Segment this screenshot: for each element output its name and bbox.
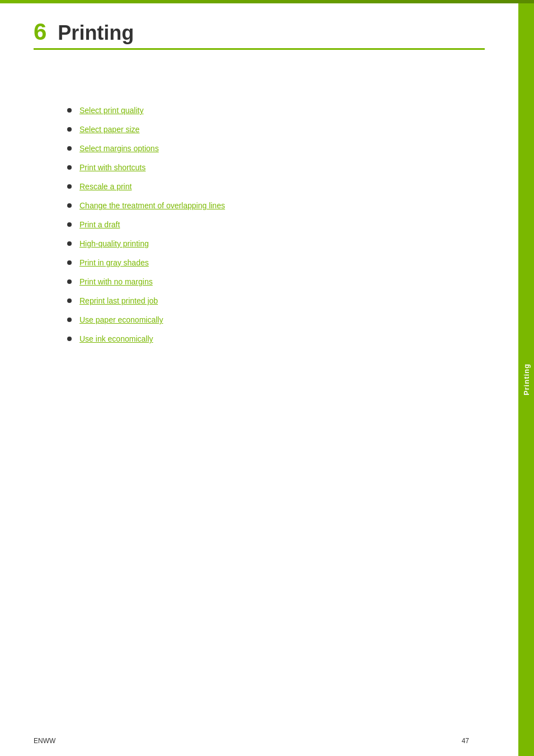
toc-list-item: High-quality printing	[67, 239, 485, 248]
chapter-title: Printing	[58, 23, 134, 43]
toc-link-select-print-quality[interactable]: Select print quality	[79, 106, 143, 115]
toc-link-use-ink-economically[interactable]: Use ink economically	[79, 334, 153, 343]
toc-link-print-with-no-margins[interactable]: Print with no margins	[79, 277, 153, 286]
toc-link-select-paper-size[interactable]: Select paper size	[79, 125, 139, 134]
bullet-icon	[67, 108, 72, 113]
right-tab-label: Printing	[522, 363, 531, 395]
toc-link-high-quality-printing[interactable]: High-quality printing	[79, 239, 149, 248]
chapter-header: 6 Printing	[34, 20, 485, 50]
bullet-icon	[67, 241, 72, 246]
footer-right: 47	[462, 737, 469, 745]
bullet-icon	[67, 184, 72, 189]
toc-link-print-a-draft[interactable]: Print a draft	[79, 220, 120, 229]
toc-link-print-in-gray-shades[interactable]: Print in gray shades	[79, 258, 149, 267]
toc-list-item: Select paper size	[67, 125, 485, 134]
toc-list-item: Use paper economically	[67, 315, 485, 324]
bullet-icon	[67, 298, 72, 303]
main-content: 6 Printing Select print qualitySelect pa…	[0, 3, 518, 756]
bullet-icon	[67, 279, 72, 284]
toc-link-reprint-last-printed-job[interactable]: Reprint last printed job	[79, 296, 158, 305]
page-footer: ENWW 47	[0, 737, 503, 745]
toc-list-item: Rescale a print	[67, 182, 485, 191]
toc-link-select-margins-options[interactable]: Select margins options	[79, 144, 159, 153]
toc-list: Select print qualitySelect paper sizeSel…	[67, 106, 485, 343]
toc-list-item: Print in gray shades	[67, 258, 485, 267]
bullet-icon	[67, 165, 72, 170]
toc-list-item: Print with no margins	[67, 277, 485, 286]
toc-list-item: Use ink economically	[67, 334, 485, 343]
footer-left: ENWW	[34, 737, 55, 745]
bullet-icon	[67, 222, 72, 227]
toc-link-change-treatment-overlapping[interactable]: Change the treatment of overlapping line…	[79, 201, 225, 210]
bullet-icon	[67, 318, 72, 322]
toc-list-item: Reprint last printed job	[67, 296, 485, 305]
bullet-icon	[67, 337, 72, 341]
toc-list-item: Print a draft	[67, 220, 485, 229]
toc-list-item: Select margins options	[67, 144, 485, 153]
toc-list-item: Print with shortcuts	[67, 163, 485, 172]
toc-list-item: Select print quality	[67, 106, 485, 115]
bullet-icon	[67, 260, 72, 265]
right-sidebar-tab: Printing	[518, 3, 534, 756]
bullet-icon	[67, 146, 72, 151]
toc-link-print-with-shortcuts[interactable]: Print with shortcuts	[79, 163, 146, 172]
toc-list-item: Change the treatment of overlapping line…	[67, 201, 485, 210]
toc-link-use-paper-economically[interactable]: Use paper economically	[79, 315, 163, 324]
bullet-icon	[67, 203, 72, 208]
page-container: 6 Printing Select print qualitySelect pa…	[0, 3, 534, 756]
bullet-icon	[67, 127, 72, 132]
toc-link-rescale-a-print[interactable]: Rescale a print	[79, 182, 132, 191]
chapter-number: 6	[34, 20, 46, 44]
